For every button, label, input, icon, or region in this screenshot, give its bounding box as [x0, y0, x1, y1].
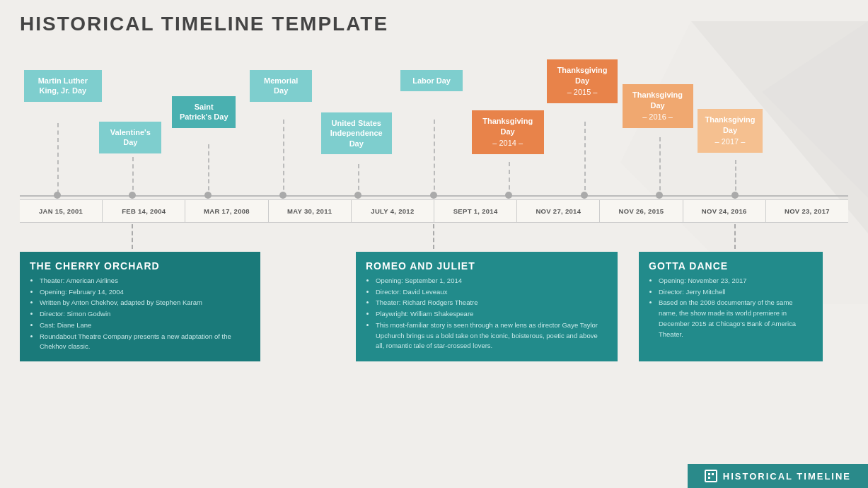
dashed-below-cherry: [132, 224, 133, 249]
event-mlk: Martin Luther King, Jr. Day: [24, 70, 102, 102]
dot-7: [581, 192, 588, 199]
svg-rect-3: [708, 473, 710, 475]
date-7: NOV 26, 2015: [600, 200, 683, 222]
svg-rect-5: [708, 477, 710, 479]
dashed-below-romeo: [433, 224, 434, 249]
dot-6: [505, 192, 512, 199]
date-1: FEB 14, 2004: [103, 200, 185, 222]
date-8: NOV 24, 2016: [683, 200, 766, 222]
dot-2: [204, 192, 212, 199]
panel-gotta-item-1: Director: Jerry Mitchell: [659, 287, 813, 298]
bottom-section: THE CHERRY ORCHARD Theater: American Air…: [20, 252, 848, 361]
event-stpatricks: Saint Patrick's Day: [172, 96, 236, 128]
event-memorial: Memorial Day: [250, 70, 312, 102]
date-4: JULY 4, 2012: [352, 200, 434, 222]
dashed-labor: [434, 120, 435, 197]
svg-rect-4: [712, 473, 714, 475]
footer-icon: [705, 470, 717, 482]
panel-romeo-item-2: Theater: Richard Rodgers Theatre: [376, 298, 608, 308]
dashed-thanksgiving2016: [659, 137, 661, 197]
page-content: HISTORICAL TIMELINE TEMPLATE Martin Luth…: [0, 0, 868, 368]
panel-cherry-item-0: Theater: American Airlines: [40, 276, 250, 286]
date-3: MAY 30, 2011: [269, 200, 352, 222]
spacer-1: [267, 252, 349, 361]
panel-gotta-title: GOTTA DANCE: [649, 260, 813, 272]
panel-romeo-item-3: Playwright: William Shakespeare: [376, 309, 608, 320]
panel-cherry-item-2: Written by Anton Chekhov, adapted by Ste…: [40, 298, 250, 308]
dot-8: [656, 192, 663, 199]
dashed-thanksgiving2015: [584, 122, 586, 197]
footer-text: HISTORICAL TIMELINE: [723, 471, 851, 482]
panel-cherry-item-1: Opening: February 14, 2004: [40, 287, 250, 298]
panel-gotta-list: Opening: November 23, 2017 Director: Jer…: [649, 276, 813, 339]
panel-romeo-item-1: Director: David Leveaux: [376, 287, 608, 298]
panel-gotta-item-0: Opening: November 23, 2017: [659, 276, 813, 286]
dashed-mlk: [57, 123, 59, 194]
date-6: NOV 27, 2014: [517, 200, 600, 222]
event-labor: Labor Day: [400, 70, 463, 91]
event-thanksgiving-2017: Thanksgiving Day– 2017 –: [698, 109, 763, 153]
panel-gotta-item-2: Based on the 2008 documentary of the sam…: [659, 298, 813, 339]
panel-romeo-item-4: This most-familiar story is seen through…: [376, 320, 608, 352]
date-5: SEPT 1, 2014: [434, 200, 517, 222]
panel-romeo-list: Opening: September 1, 2014 Director: Dav…: [366, 276, 608, 352]
panel-cherry-title: THE CHERRY ORCHARD: [30, 260, 250, 272]
page-title: HISTORICAL TIMELINE TEMPLATE: [20, 13, 848, 35]
event-valentines: Valentine's Day: [99, 122, 161, 153]
panel-cherry: THE CHERRY ORCHARD Theater: American Air…: [20, 252, 260, 361]
date-2: MAR 17, 2008: [185, 200, 268, 222]
dot-9: [731, 192, 739, 199]
event-boxes-container: Martin Luther King, Jr. Day Valentine's …: [20, 45, 848, 197]
timeline-area: Martin Luther King, Jr. Day Valentine's …: [20, 45, 848, 250]
footer-bar: HISTORICAL TIMELINE: [688, 464, 868, 488]
dot-4: [354, 192, 361, 199]
dot-3: [279, 192, 287, 199]
panel-cherry-list: Theater: American Airlines Opening: Febr…: [30, 276, 250, 352]
dashed-memorial: [283, 120, 284, 197]
date-9: NOV 23, 2017: [766, 200, 848, 222]
dot-0: [54, 192, 61, 199]
panel-gotta: GOTTA DANCE Opening: November 23, 2017 D…: [639, 252, 823, 361]
event-thanksgiving-2016: Thanksgiving Day– 2016 –: [623, 84, 693, 128]
panel-romeo: ROMEO AND JULIET Opening: September 1, 2…: [356, 252, 618, 361]
dashed-stpatricks: [208, 144, 209, 197]
panel-romeo-title: ROMEO AND JULIET: [366, 260, 608, 272]
dot-5: [430, 192, 437, 199]
event-independence: United States Independence Day: [321, 112, 392, 154]
dot-1: [129, 192, 136, 199]
event-thanksgiving-2015: Thanksgiving Day– 2015 –: [547, 59, 618, 103]
panel-cherry-item-5: Roundabout Theatre Company presents a ne…: [40, 332, 250, 352]
date-0: JAN 15, 2001: [20, 200, 103, 222]
dashed-below-gotta: [734, 224, 736, 249]
panel-cherry-item-4: Cast: Diane Lane: [40, 320, 250, 331]
panel-cherry-item-3: Director: Simon Godwin: [40, 309, 250, 320]
event-thanksgiving-2014: Thanksgiving Day– 2014 –: [472, 110, 544, 154]
date-row: JAN 15, 2001 FEB 14, 2004 MAR 17, 2008 M…: [20, 199, 848, 223]
spacer-2: [625, 252, 632, 361]
panel-romeo-item-0: Opening: September 1, 2014: [376, 276, 608, 286]
